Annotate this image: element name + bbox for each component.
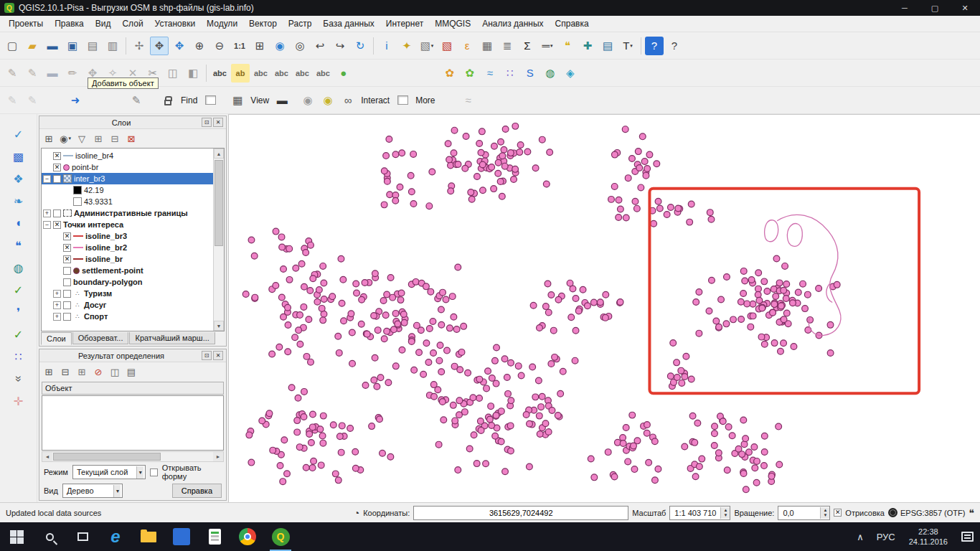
new-print-composer[interactable]: ▤: [83, 37, 102, 55]
toggle-editing[interactable]: ✎: [23, 64, 42, 83]
plugin-check-green[interactable]: ✓: [9, 280, 29, 300]
menu-item[interactable]: MMQGIS: [429, 17, 476, 31]
menu-item[interactable]: Вектор: [243, 17, 283, 31]
select-expression[interactable]: ε: [458, 37, 476, 55]
feature-action[interactable]: ✦: [397, 37, 416, 55]
menu-item[interactable]: Интернет: [380, 17, 429, 31]
plugin-checker[interactable]: ▩: [9, 146, 29, 166]
tree-expander[interactable]: +: [53, 290, 61, 298]
copy-features[interactable]: ◫: [164, 64, 182, 83]
layer-row[interactable]: ✕isoline_br3: [42, 230, 213, 242]
results-list[interactable]: [42, 395, 224, 451]
scroll-left-arrow[interactable]: ◄: [42, 452, 52, 461]
open-project[interactable]: ▰: [23, 37, 42, 55]
composer-manager[interactable]: ▥: [103, 37, 122, 55]
layer-row[interactable]: −inter_br3: [42, 173, 213, 184]
collapse-tree[interactable]: ⊟: [57, 364, 73, 380]
label-show-hide[interactable]: abc: [272, 64, 291, 83]
map-canvas[interactable]: [228, 114, 980, 502]
plugin-shell[interactable]: ◖: [9, 213, 29, 233]
chain-icon[interactable]: ∞: [339, 91, 357, 110]
touch-zoom[interactable]: ✢: [130, 37, 149, 55]
language-indicator[interactable]: РУС: [870, 532, 902, 542]
whats-this[interactable]: ?: [665, 37, 684, 55]
qgis-app-icon[interactable]: Q: [264, 522, 297, 551]
collapse-all[interactable]: ⊟: [107, 131, 123, 146]
zoom-to-layer[interactable]: ◎: [291, 37, 309, 55]
results-column-header[interactable]: Объект: [42, 382, 224, 395]
menu-item[interactable]: Растр: [283, 17, 317, 31]
filter-legend[interactable]: ▽: [74, 131, 90, 146]
tree-expander[interactable]: +: [53, 313, 61, 321]
copy-result[interactable]: ◫: [107, 364, 123, 380]
pan-to-selection[interactable]: ✥: [170, 37, 189, 55]
tree-expander[interactable]: −: [43, 221, 51, 229]
zoom-full[interactable]: ⊞: [250, 37, 269, 55]
refresh-map[interactable]: ↻: [351, 37, 369, 55]
label-move[interactable]: abc: [293, 64, 312, 83]
save-project-as[interactable]: ▣: [63, 37, 82, 55]
extent-icon[interactable]: ◔: [354, 507, 359, 519]
expand-tree[interactable]: ⊞: [41, 364, 57, 380]
layer-visibility-checkbox[interactable]: [63, 278, 71, 286]
show-bookmarks[interactable]: ▤: [598, 37, 617, 55]
menu-item[interactable]: Вид: [90, 17, 117, 31]
plugin-table-arrow[interactable]: ➜: [66, 91, 85, 110]
layer-visibility-checkbox[interactable]: [63, 267, 71, 275]
interact-icon[interactable]: [393, 91, 412, 110]
expand-new-results[interactable]: ⊞: [74, 364, 90, 380]
layer-visibility[interactable]: ◉▾: [57, 131, 73, 146]
plugin-feather[interactable]: ❧: [9, 191, 29, 211]
vertical-scrollbar[interactable]: ▲ ▼: [213, 149, 224, 331]
label-pin[interactable]: abc: [251, 64, 270, 83]
plugin-check-green-2[interactable]: ✓: [9, 324, 29, 344]
plugin-vector-check[interactable]: ✓: [9, 124, 29, 144]
scroll-down-arrow[interactable]: ▼: [214, 321, 224, 331]
attribute-table[interactable]: ▦: [478, 37, 496, 55]
scale-combobox[interactable]: 1:1 403 710 ▲▼: [669, 506, 730, 520]
layer-visibility-checkbox[interactable]: [53, 175, 61, 183]
render-checkbox[interactable]: ✕: [834, 509, 842, 517]
layer-row[interactable]: ✕point-br: [42, 161, 213, 173]
layer-row[interactable]: +Административные границы: [42, 207, 213, 219]
save-project[interactable]: ▬: [43, 37, 62, 55]
layer-visibility-checkbox[interactable]: ✕: [53, 164, 61, 171]
layer-row[interactable]: +∴Спорт: [42, 311, 213, 322]
print-result[interactable]: ▤: [123, 364, 139, 380]
layer-row[interactable]: ✕isoline_br4: [42, 150, 213, 161]
zoom-out[interactable]: ⊖: [210, 37, 229, 55]
chevrons-down[interactable]: »: [9, 369, 29, 389]
tree-expander[interactable]: +: [43, 209, 51, 217]
layer-visibility-checkbox[interactable]: [63, 301, 71, 309]
menu-item[interactable]: Слой: [116, 17, 149, 31]
add-feature[interactable]: ✏: [63, 64, 82, 83]
tray-expand-chevron[interactable]: ∧: [850, 532, 870, 542]
tree-expander[interactable]: −: [43, 175, 51, 183]
layer-row[interactable]: 42.19: [42, 184, 213, 196]
layer-visibility-checkbox[interactable]: [63, 313, 71, 321]
chrome-app-icon[interactable]: [231, 522, 264, 551]
layer-visibility-checkbox[interactable]: ✕: [63, 232, 71, 240]
zoom-in[interactable]: ⊕: [190, 37, 209, 55]
menu-item[interactable]: Анализ данных: [476, 17, 549, 31]
label-rotate[interactable]: abc: [314, 64, 333, 83]
identify-features[interactable]: i: [377, 37, 396, 55]
plugin-curve[interactable]: S: [521, 64, 540, 83]
layer-row[interactable]: +∴Туризм: [42, 288, 213, 299]
layer-row[interactable]: +∴Досуг: [42, 299, 213, 311]
clear-results[interactable]: ⊘: [90, 364, 106, 380]
plugin-key[interactable]: ✿: [440, 64, 459, 83]
pinned-app-2-icon[interactable]: [198, 522, 231, 551]
help-button[interactable]: Справка: [172, 484, 222, 498]
taskbar-clock[interactable]: 22:38 24.11.2016: [902, 527, 955, 547]
file-explorer-icon[interactable]: [132, 522, 165, 551]
label-highlight[interactable]: ab: [231, 64, 250, 83]
panel-tab[interactable]: Кратчайший марш...: [129, 332, 215, 344]
plugin-route[interactable]: ❖: [9, 169, 29, 189]
edit-gray-2[interactable]: ✎: [23, 91, 42, 110]
log-messages-icon[interactable]: ❝: [969, 507, 974, 519]
layer-visibility-checkbox[interactable]: ✕: [53, 152, 61, 160]
minimize-button[interactable]: ─: [890, 0, 920, 16]
osm-plugin[interactable]: ●: [334, 64, 353, 83]
pin-yellow[interactable]: ◉: [319, 91, 337, 110]
